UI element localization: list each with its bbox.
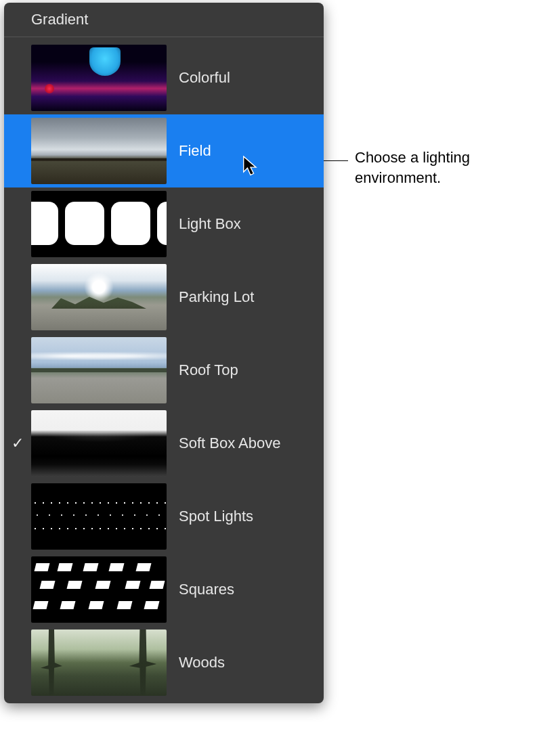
thumbnail-squares	[31, 556, 167, 623]
thumbnail-woods	[31, 629, 167, 696]
thumbnail-roof	[31, 337, 167, 403]
option-label: Colorful	[179, 69, 230, 87]
thumbnail-softbox	[31, 410, 167, 477]
option-label: Field	[179, 142, 211, 160]
annotation-leader-line	[324, 160, 348, 161]
option-label: Roof Top	[179, 361, 238, 379]
option-label: Squares	[179, 581, 234, 598]
thumbnail-spot	[31, 483, 167, 550]
checkmark-icon: ✓	[11, 435, 24, 452]
thumbnail-parking	[31, 264, 167, 330]
thumbnail-colorful	[31, 45, 167, 111]
annotation-text: Choose a lighting environment.	[355, 148, 544, 187]
environment-option-roof[interactable]: Roof Top	[4, 334, 324, 407]
environment-menu-panel: Gradient ColorfulFieldLight BoxParking L…	[4, 3, 324, 703]
thumbnail-field	[31, 118, 167, 184]
thumbnail-lightbox	[31, 191, 167, 257]
panel-title: Gradient	[4, 3, 324, 37]
option-label: Woods	[179, 654, 225, 671]
environment-option-squares[interactable]: Squares	[4, 553, 324, 626]
environment-option-spot[interactable]: Spot Lights	[4, 480, 324, 553]
environment-list: ColorfulFieldLight BoxParking LotRoof To…	[4, 41, 324, 699]
option-label: Parking Lot	[179, 288, 254, 306]
option-label: Light Box	[179, 215, 241, 233]
option-label: Soft Box Above	[179, 435, 280, 452]
environment-option-lightbox[interactable]: Light Box	[4, 187, 324, 261]
option-label: Spot Lights	[179, 508, 253, 525]
environment-option-softbox[interactable]: ✓Soft Box Above	[4, 407, 324, 480]
environment-option-colorful[interactable]: Colorful	[4, 41, 324, 114]
environment-option-parking[interactable]: Parking Lot	[4, 261, 324, 334]
environment-option-woods[interactable]: Woods	[4, 626, 324, 699]
environment-option-field[interactable]: Field	[4, 114, 324, 187]
